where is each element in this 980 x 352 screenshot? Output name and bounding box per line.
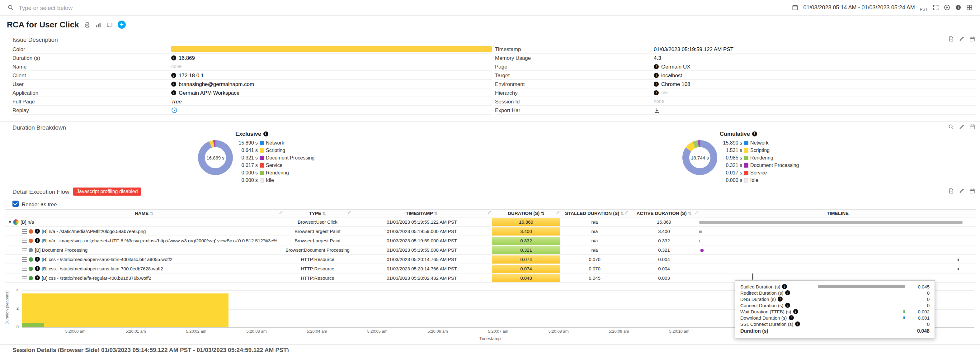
table-row[interactable]: ▾[B] n/aBrowser:User Click01/03/2023 05:…: [5, 217, 976, 227]
column-header-type[interactable]: TYPE⇅: [283, 210, 352, 217]
bar-chart-icon[interactable]: [95, 21, 102, 28]
x-tick-label: 5:20:08 am: [540, 329, 577, 333]
tooltip-label: DNS Duration (s): [740, 296, 776, 302]
replay-play-button[interactable]: [171, 107, 177, 113]
info-icon[interactable]: i: [35, 229, 40, 234]
issue-field-label: User: [13, 80, 171, 88]
column-header-stalled-duration-s[interactable]: STALLED DURATION (S)⇅: [560, 210, 629, 217]
column-header-timestamp[interactable]: TIMESTAMP⇅: [352, 210, 492, 217]
legend-item[interactable]: 0.000 sIdle: [720, 176, 799, 184]
column-header-timeline[interactable]: TIMELINE: [699, 210, 976, 217]
info-icon[interactable]: i: [35, 266, 40, 271]
info-icon[interactable]: i: [654, 64, 659, 69]
legend-item[interactable]: 0.000 sIdle: [235, 176, 315, 184]
table-row[interactable]: i[B] n/a - /static/media/APMfit20logo.58…: [5, 227, 976, 236]
sort-icon[interactable]: ⇅: [323, 211, 326, 215]
pencil-icon[interactable]: [959, 124, 964, 130]
column-header-active-duration-s[interactable]: ACTIVE DURATION (S)⇅: [629, 210, 699, 217]
legend-item[interactable]: 0.017 sService: [720, 169, 799, 176]
legend-item[interactable]: 0.000 sRendering: [235, 169, 315, 176]
add-button[interactable]: +: [118, 21, 126, 29]
menu-icon[interactable]: [22, 257, 27, 261]
column-edit-icon[interactable]: [556, 210, 560, 214]
legend-item[interactable]: 1.531 sScripting: [720, 147, 799, 154]
legend-value: 1.531 s: [720, 147, 742, 153]
row-active-duration: 0.004: [629, 256, 699, 262]
legend-item[interactable]: 0.985 sRendering: [720, 154, 799, 161]
row-type: HTTP:Resource: [283, 256, 352, 262]
menu-icon[interactable]: [22, 238, 27, 243]
calendar-icon[interactable]: [969, 124, 975, 130]
column-header-duration-s[interactable]: DURATION (S)⇅: [492, 210, 560, 217]
sort-icon[interactable]: ⇅: [620, 211, 624, 215]
menu-icon[interactable]: [22, 248, 27, 252]
note-icon[interactable]: [948, 188, 954, 194]
zoom-icon[interactable]: [948, 124, 954, 130]
column-edit-icon[interactable]: [279, 210, 283, 214]
tooltip-label: Redirect Duration (s): [740, 290, 783, 296]
legend-label: Service: [266, 162, 282, 168]
timeline-bar: [958, 268, 959, 270]
info-icon[interactable]: i: [35, 276, 40, 280]
info-icon[interactable]: i: [171, 73, 176, 78]
legend-item[interactable]: 0.017 sService: [235, 161, 315, 169]
play-icon[interactable]: [944, 4, 950, 11]
date-range-picker[interactable]: 01/03/2023 05:14 AM - 01/03/2023 05:24 A…: [803, 4, 915, 11]
column-edit-icon[interactable]: [695, 210, 698, 214]
menu-icon[interactable]: [22, 229, 27, 233]
legend-item[interactable]: 0.641 sScripting: [235, 147, 315, 154]
table-row[interactable]: i[B] css - /static/media/open-sans-latin…: [5, 255, 976, 264]
column-edit-icon[interactable]: [487, 210, 491, 214]
tooltip-row: Duration (s)0.048: [740, 327, 929, 334]
note-icon[interactable]: [948, 36, 954, 42]
legend-item[interactable]: 0.321 sDocument Processing: [235, 154, 315, 161]
issue-panel-actions: [948, 36, 975, 42]
column-edit-icon[interactable]: [347, 210, 351, 214]
info-icon[interactable]: i: [171, 90, 176, 95]
calendar-grid-icon[interactable]: [966, 4, 972, 11]
search-input[interactable]: [19, 4, 787, 11]
info-icon[interactable]: i: [654, 90, 659, 95]
fullscreen-icon[interactable]: [933, 4, 939, 11]
legend-item[interactable]: 0.321 sDocument Processing: [720, 161, 799, 169]
issue-field-value: True: [171, 97, 492, 106]
render-as-tree-checkbox[interactable]: [13, 201, 19, 207]
table-row[interactable]: [B] Document ProcessingBrowser:Document …: [5, 245, 976, 255]
printer-icon[interactable]: [84, 21, 90, 28]
info-icon[interactable]: i: [654, 73, 659, 78]
info-icon[interactable]: i: [752, 131, 757, 137]
sort-icon[interactable]: ⇅: [541, 211, 544, 215]
table-row[interactable]: i[B] n/a - image/svg+xml;charset=UTF-8,%…: [5, 236, 976, 245]
sort-icon[interactable]: ⇅: [688, 211, 692, 215]
calendar-icon[interactable]: [969, 188, 975, 194]
status-icon: [29, 257, 33, 261]
calendar-icon[interactable]: [969, 36, 975, 42]
menu-icon[interactable]: [22, 276, 27, 280]
calendar-icon[interactable]: [792, 4, 798, 11]
column-edit-icon[interactable]: [625, 210, 628, 214]
comment-icon[interactable]: [107, 21, 113, 28]
sort-icon[interactable]: ⇅: [434, 211, 438, 215]
menu-icon[interactable]: [22, 266, 27, 271]
pencil-icon[interactable]: [959, 36, 964, 42]
tooltip-bar-zone: [818, 304, 905, 306]
table-row[interactable]: i[B] css - /static/media/open-sans-latin…: [5, 264, 976, 274]
issue-field-label: Name: [13, 62, 171, 71]
info-icon[interactable]: i: [35, 238, 40, 243]
info-icon[interactable]: i: [654, 81, 659, 86]
info-icon[interactable]: i: [171, 81, 176, 86]
sort-icon[interactable]: ⇅: [150, 211, 153, 215]
column-header-name[interactable]: NAME⇅: [5, 210, 283, 217]
info-icon[interactable]: i: [35, 257, 40, 262]
info-icon[interactable]: [955, 4, 961, 11]
caret-down-icon[interactable]: ▾: [9, 219, 11, 225]
session-details-header[interactable]: Session Details (Browser Side) 01/03/202…: [0, 344, 980, 352]
info-icon[interactable]: i: [171, 55, 176, 60]
legend-swatch: [744, 178, 748, 182]
row-timestamp: 01/03/2023 05:19:59.000 AM PST: [352, 247, 492, 253]
legend-item[interactable]: 15.890 sNetwork: [235, 139, 315, 147]
info-icon[interactable]: i: [263, 131, 268, 137]
legend-item[interactable]: 15.890 sNetwork: [720, 139, 799, 147]
export-har-download-button[interactable]: [654, 107, 660, 113]
pencil-icon[interactable]: [959, 188, 964, 194]
